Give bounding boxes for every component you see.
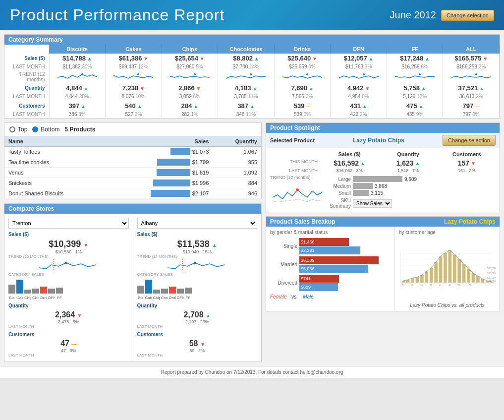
sku-row: Small 3,115 <box>329 190 496 196</box>
trend-sparkline <box>331 70 387 83</box>
trend-sparkline <box>274 70 331 83</box>
spotlight-content: Sales ($) Quantity Customers THIS MONTH … <box>266 148 500 212</box>
products-header: Top Bottom 5 Products <box>4 123 261 136</box>
table-cell: 540 ▲ <box>106 100 162 111</box>
top-label: Top <box>18 126 27 133</box>
category-bar <box>40 287 47 294</box>
product-name: Tea time cookies <box>4 157 106 168</box>
product-sales: $1,073 <box>106 147 213 157</box>
category-bar <box>48 289 55 294</box>
spotlight-qty-sub: 1,518 7% <box>379 168 437 173</box>
table-cell: 3,059 6% <box>162 93 218 100</box>
sku-bar <box>353 183 373 189</box>
top-radio-group[interactable]: Top <box>9 126 27 133</box>
female-bar: $1,456 <box>299 238 349 246</box>
bar-label: Chip <box>153 296 160 300</box>
svg-rect-33 <box>439 256 443 283</box>
sku-row: Large 9,609 <box>329 176 496 182</box>
trend-sparkline <box>443 70 500 83</box>
prod-col-qty: Quantity <box>213 136 261 147</box>
col-all: ALL <box>443 45 500 54</box>
svg-point-6 <box>419 73 421 75</box>
svg-text:36: 36 <box>430 284 433 287</box>
spotlight-trend-sku: TREND (12 months) Large 9,609 Medium 3,8… <box>266 175 500 212</box>
svg-point-4 <box>306 73 308 75</box>
svg-text:$5,000: $5,000 <box>489 280 496 283</box>
store-select[interactable]: Albany <box>137 218 258 229</box>
category-bar <box>56 288 63 294</box>
footer-text: Report prepared by Chandoo on 7/12/2013.… <box>161 369 343 375</box>
bottom-radio[interactable] <box>32 126 38 132</box>
bar-label: Bis <box>137 296 144 300</box>
store-cust-sub: 47 0% <box>8 348 129 353</box>
spotlight-cust-header: Customers <box>438 150 496 158</box>
spotlight-qty-header: Quantity <box>379 150 437 158</box>
svg-text:26: 26 <box>411 284 414 287</box>
sku-summary-row: SKU Summary Show Sales <box>329 198 496 209</box>
age-chart: 2,5002,0001,5001,000500 20 26 31 36 41 4… <box>399 237 496 301</box>
table-cell: $61,386 ▼ <box>106 54 162 63</box>
table-cell: 3,785 11% <box>218 93 275 100</box>
store-cust-sublabel: LAST MONTH <box>137 353 258 358</box>
svg-text:31: 31 <box>420 284 423 287</box>
sku-summary-label: SKU Summary <box>329 198 351 209</box>
store-sales-value: $11,538 ▲ <box>137 239 258 249</box>
category-bar-chart <box>137 279 258 294</box>
this-month-label: THIS MONTH <box>270 159 320 167</box>
table-cell: 4,044 20% <box>49 93 106 100</box>
product-quantity: 1,092 <box>213 168 261 178</box>
products-count-label: 5 Products <box>64 126 95 133</box>
table-cell: $12,057 ▲ <box>331 54 387 63</box>
product-quantity: 884 <box>213 178 261 188</box>
table-cell: $27,060 5% <box>162 63 218 70</box>
svg-rect-31 <box>430 268 433 283</box>
trend-sparkline <box>162 70 218 83</box>
store-select[interactable]: Trenton <box>8 218 129 229</box>
top-radio[interactable] <box>9 126 15 132</box>
product-spotlight-section: Product Spotlight Selected Product Lazy … <box>266 122 500 212</box>
store-qty-label: Quantity <box>8 303 129 308</box>
store-trend-label: TREND (12 months) <box>8 254 129 259</box>
spotlight-metrics: Sales ($) Quantity Customers THIS MONTH … <box>266 148 500 175</box>
bar-label: DFN <box>48 296 55 300</box>
svg-rect-28 <box>416 277 419 283</box>
table-cell: $169,258 2% <box>443 63 500 70</box>
bar-labels: BisCakChipChocDrnkDFNFF <box>137 296 258 300</box>
product-sales: $1,799 <box>106 157 213 168</box>
bottom-radio-group[interactable]: Bottom <box>32 126 59 133</box>
table-cell: $25,659 0% <box>274 63 331 70</box>
table-cell: $7,700 14% <box>218 63 275 70</box>
compare-stores-header: Compare Stores <box>4 204 261 214</box>
table-cell: 431 ▲ <box>331 100 387 111</box>
svg-rect-27 <box>411 278 414 282</box>
table-cell: 397 ▲ <box>49 100 106 111</box>
store-sales-sub: $10,040 15% <box>137 249 258 254</box>
svg-rect-40 <box>472 273 475 283</box>
table-cell: 4,183 ▲ <box>218 83 275 93</box>
store1-column: Trenton Sales ($) $10,399 ▼ $10,530 1% T… <box>4 214 133 361</box>
sku-summary-dropdown[interactable]: Show Sales <box>353 199 392 208</box>
change-selection-button[interactable]: Change selection <box>441 10 494 21</box>
table-cell: 387 ▲ <box>218 100 275 111</box>
store-trend-chart <box>137 259 258 271</box>
sku-label: Medium <box>329 183 351 189</box>
store-sales-label: Sales ($) <box>137 232 258 237</box>
spotlight-trend-section: TREND (12 months) <box>270 175 325 209</box>
male-legend: Male <box>303 294 314 300</box>
table-row: Tasty Toffees $1,073 1,067 <box>4 147 261 157</box>
prod-col-sales: Sales <box>106 136 213 147</box>
spotlight-sales-val: $16,592 ▲ <box>321 159 378 167</box>
right-column: Product Spotlight Selected Product Lazy … <box>266 122 500 362</box>
spotlight-change-button[interactable]: Change selection <box>443 135 496 146</box>
category-bar <box>137 286 144 294</box>
breakup-inner: by gender & marital status Single $1,456… <box>266 227 500 311</box>
left-column: Top Bottom 5 Products Name Sales Quantit… <box>4 122 262 362</box>
svg-point-3 <box>250 73 252 75</box>
svg-point-10 <box>193 262 196 264</box>
breakup-bar-group: Single $1,456 $2,281 <box>270 238 391 254</box>
store-category-label: CATEGORY SALES <box>8 272 129 277</box>
category-bar <box>32 289 39 294</box>
sku-section: Large 9,609 Medium 3,868 Small 3,115 SKU… <box>329 175 496 209</box>
male-bar: $2,281 <box>299 246 360 254</box>
trend-sparkline <box>387 70 443 83</box>
